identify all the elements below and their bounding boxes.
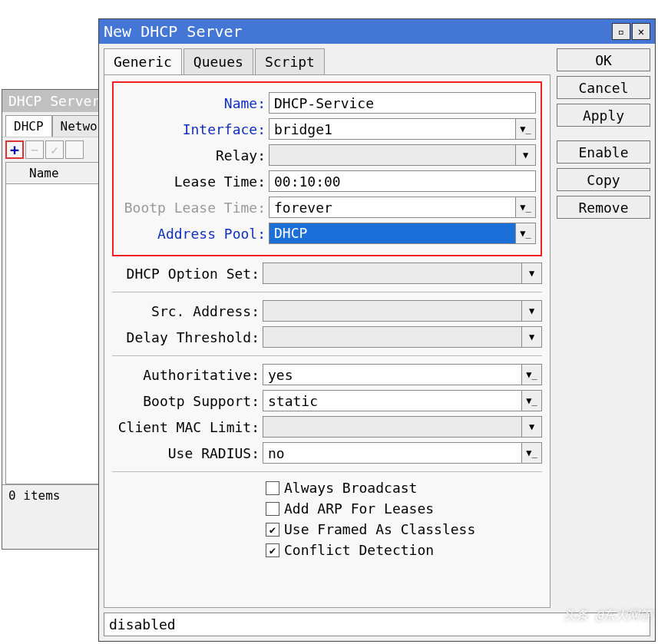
close-icon[interactable]: ✕ [632, 23, 650, 40]
col-flag [11, 164, 21, 182]
relay-field[interactable] [269, 144, 516, 166]
interface-dropdown-icon[interactable]: ▼̲ [516, 118, 536, 140]
authoritative-label: Authoritative: [112, 367, 263, 383]
authoritative-field[interactable] [263, 364, 522, 385]
tab-generic[interactable]: Generic [104, 48, 182, 74]
address-pool-dropdown-icon[interactable]: ▼̲ [516, 223, 536, 244]
lease-time-label: Lease Time: [118, 173, 269, 190]
src-address-field[interactable] [263, 300, 522, 322]
watermark: 头条 @东大网管 [564, 608, 652, 624]
relay-expand-icon[interactable]: ▼ [516, 144, 536, 166]
bootp-lease-label: Bootp Lease Time: [118, 200, 269, 216]
option-set-field[interactable] [263, 263, 522, 284]
apply-button[interactable]: ✓ [45, 140, 64, 159]
bootp-support-label: Bootp Support: [112, 393, 263, 409]
dialog-side-buttons: OK Cancel Apply Enable Copy Remove [557, 48, 650, 608]
tab-script[interactable]: Script [255, 48, 325, 74]
authoritative-dropdown-icon[interactable]: ▼̲ [522, 364, 542, 385]
use-radius-dropdown-icon[interactable]: ▼̲ [522, 442, 542, 464]
src-address-expand-icon[interactable]: ▼ [522, 300, 542, 322]
dialog-title: New DHCP Server [104, 22, 610, 41]
delay-threshold-label: Delay Threshold: [112, 329, 263, 345]
address-pool-label: Address Pool: [118, 226, 269, 242]
bootp-lease-field[interactable] [269, 197, 516, 218]
delay-threshold-expand-icon[interactable]: ▼ [522, 326, 542, 348]
use-radius-field[interactable] [263, 442, 522, 464]
address-pool-field[interactable]: DHCP [269, 223, 516, 244]
tab-dhcp[interactable]: DHCP [5, 115, 52, 137]
conflict-detection-label: Conflict Detection [284, 542, 434, 558]
bootp-support-dropdown-icon[interactable]: ▼̲ [522, 390, 542, 411]
divider [112, 292, 542, 292]
remove-button[interactable]: Remove [557, 196, 650, 219]
conflict-detection-checkbox[interactable] [266, 543, 279, 557]
divider [112, 471, 542, 472]
interface-field[interactable] [269, 118, 516, 140]
add-arp-label: Add ARP For Leases [284, 500, 434, 517]
add-arp-checkbox[interactable] [266, 502, 279, 516]
tab-queues[interactable]: Queues [184, 48, 253, 74]
minimize-icon[interactable]: ▫ [612, 23, 630, 40]
apply-button[interactable]: Apply [557, 104, 650, 127]
dialog-main: Generic Queues Script Name: Interface: [104, 48, 551, 608]
delay-threshold-field[interactable] [263, 326, 522, 348]
relay-label: Relay: [118, 147, 269, 163]
framed-classless-label: Use Framed As Classless [284, 521, 475, 537]
interface-label: Interface: [118, 121, 269, 137]
mac-limit-label: Client MAC Limit: [112, 419, 263, 435]
option-set-expand-icon[interactable]: ▼ [522, 263, 542, 284]
enable-button[interactable]: Enable [557, 140, 650, 163]
col-name[interactable]: Name [26, 164, 62, 182]
name-label: Name: [118, 95, 269, 111]
highlighted-fields: Name: Interface: ▼̲ Relay: [112, 81, 542, 256]
mac-limit-expand-icon[interactable]: ▼ [522, 416, 542, 438]
more-button[interactable] [65, 140, 84, 159]
always-broadcast-label: Always Broadcast [284, 480, 417, 496]
lease-time-field[interactable] [269, 170, 536, 192]
remove-button[interactable]: − [25, 140, 44, 159]
bootp-support-field[interactable] [263, 390, 522, 411]
add-button[interactable]: + [5, 140, 24, 159]
dialog-tabs: Generic Queues Script [104, 48, 551, 74]
dialog-form: Name: Interface: ▼̲ Relay: [104, 74, 551, 608]
always-broadcast-checkbox[interactable] [266, 481, 279, 495]
mac-limit-field[interactable] [263, 416, 522, 438]
name-field[interactable] [269, 92, 536, 114]
framed-classless-checkbox[interactable] [266, 523, 279, 537]
new-dhcp-server-dialog: New DHCP Server ▫ ✕ Generic Queues Scrip… [98, 18, 656, 642]
bootp-lease-dropdown-icon[interactable]: ▼̲ [516, 197, 536, 218]
divider [112, 355, 542, 356]
use-radius-label: Use RADIUS: [112, 445, 263, 461]
cancel-button[interactable]: Cancel [557, 76, 650, 99]
dialog-titlebar: New DHCP Server ▫ ✕ [99, 19, 655, 44]
option-set-label: DHCP Option Set: [112, 266, 263, 282]
ok-button[interactable]: OK [557, 48, 650, 71]
src-address-label: Src. Address: [112, 303, 263, 319]
copy-button[interactable]: Copy [557, 168, 650, 191]
